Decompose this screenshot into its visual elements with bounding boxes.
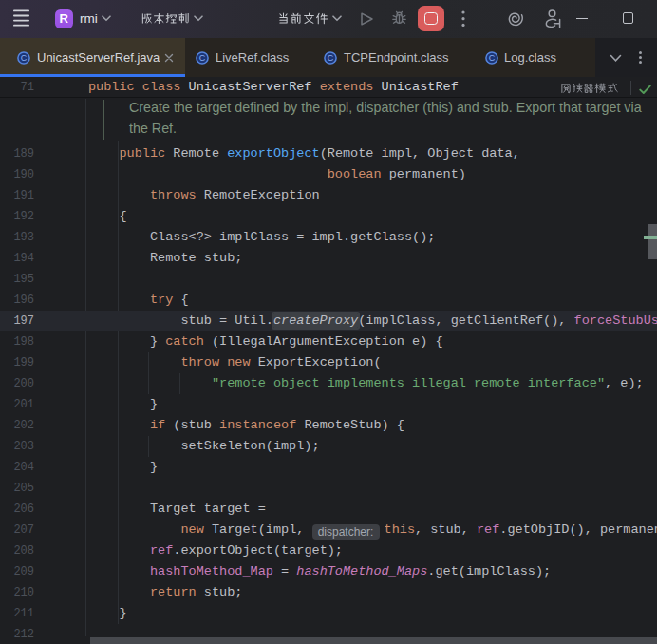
- svg-text:C: C: [199, 53, 206, 63]
- svg-text:C: C: [328, 53, 334, 63]
- svg-text:C: C: [21, 53, 28, 63]
- svg-text:C: C: [489, 53, 496, 63]
